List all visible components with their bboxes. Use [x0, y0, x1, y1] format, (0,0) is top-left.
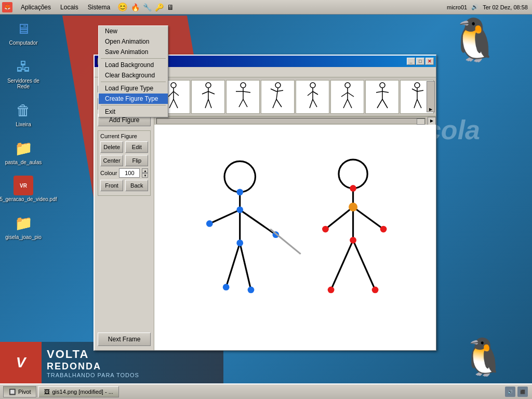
- icon-lixeira[interactable]: 🗑 Lixeira: [5, 100, 42, 127]
- screen-icon: 🖥: [167, 3, 174, 11]
- canvas-svg: [154, 125, 436, 350]
- svg-line-35: [348, 99, 352, 108]
- right-panel: ▶ ▶: [154, 77, 436, 350]
- key-icon: 🔑: [155, 3, 164, 11]
- spin-down-button[interactable]: ▼: [142, 173, 148, 178]
- svg-line-46: [414, 99, 417, 108]
- colour-input[interactable]: [119, 168, 140, 178]
- taskbar-bottom: 🔲 Pivot 🖼 gis14.png [modified] - ... 🔊 ⬛: [0, 383, 532, 399]
- scroll-right-arrow-icon: ▶: [429, 107, 432, 112]
- next-frame-button[interactable]: Next Frame: [98, 332, 151, 346]
- center-button[interactable]: Center: [100, 155, 123, 166]
- frame-7-preview: [368, 81, 396, 112]
- svg-point-0: [171, 83, 176, 88]
- svg-point-30: [345, 83, 350, 88]
- svg-line-23: [276, 99, 282, 107]
- menu-save-animation[interactable]: Save Animation: [99, 47, 168, 57]
- menu-exit[interactable]: Exit: [99, 107, 168, 117]
- spin-up-button[interactable]: ▲: [142, 168, 148, 173]
- trash-icon: 🗑: [13, 100, 34, 121]
- hostname: micro01: [447, 4, 467, 10]
- icon-computador[interactable]: 🖥 Computador: [5, 18, 42, 46]
- svg-line-20: [271, 89, 276, 91]
- menu-clear-background[interactable]: Clear Background: [99, 70, 168, 81]
- frame-3[interactable]: [226, 80, 260, 114]
- center-flip-row: Center Flip: [100, 155, 148, 166]
- svg-point-73: [328, 287, 335, 294]
- network-icon: 🖧: [13, 56, 34, 77]
- menu-load-figure-type[interactable]: Load Figure Type: [99, 83, 168, 94]
- icon-servidores[interactable]: 🖧 Servidores de Rede: [5, 56, 42, 89]
- maximize-button[interactable]: □: [416, 58, 424, 65]
- menu-aplicacoes[interactable]: Aplicações: [17, 3, 55, 12]
- pivot-icon: 🔲: [9, 389, 16, 395]
- frames-scrollbar[interactable]: ▶: [427, 81, 435, 112]
- sys-icon-1[interactable]: 🔊: [505, 387, 515, 397]
- frame-4[interactable]: [261, 80, 295, 114]
- penguin-top-right: 🐧: [449, 16, 501, 64]
- pivot-taskbar-button[interactable]: 🔲 Pivot: [3, 386, 36, 397]
- frame-5[interactable]: [296, 80, 329, 114]
- svg-line-52: [227, 243, 241, 287]
- svg-line-64: [326, 207, 353, 230]
- icon-servidores-label: Servidores de Rede: [5, 78, 42, 89]
- svg-point-24: [310, 83, 315, 88]
- scroll-track[interactable]: [156, 118, 425, 124]
- menu-sistema[interactable]: Sistema: [84, 3, 114, 12]
- front-button[interactable]: Front: [100, 180, 123, 191]
- svg-line-10: [205, 99, 208, 108]
- menu-load-background[interactable]: Load Background: [99, 60, 168, 70]
- svg-point-74: [372, 287, 379, 294]
- desktop-icons: 🖥 Computador 🖧 Servidores de Rede 🗑 Lixe…: [5, 18, 42, 240]
- back-button[interactable]: Back: [125, 180, 148, 191]
- svg-point-6: [206, 83, 211, 88]
- icon-pasta-label: pasta_de_aulas: [5, 159, 42, 165]
- menu-open-animation[interactable]: Open Animation: [99, 36, 168, 47]
- speaker-icon: 🔊: [471, 4, 478, 10]
- scroll-thumb[interactable]: [417, 118, 425, 125]
- svg-line-9: [208, 91, 215, 94]
- frame-4-preview: [263, 81, 292, 112]
- svg-line-26: [308, 91, 313, 96]
- svg-point-62: [339, 159, 367, 188]
- menu-new[interactable]: New: [99, 26, 168, 36]
- minimize-button[interactable]: _: [407, 58, 415, 65]
- volta-subtitle: REDONDA: [47, 361, 139, 372]
- monitor-icon: 🖥: [13, 18, 34, 39]
- volta-tagline: TRABALHANDO PARA TODOS: [47, 372, 139, 378]
- frame-2-preview: [194, 81, 222, 112]
- start-area: 🔲 Pivot 🖼 gis14.png [modified] - ...: [0, 384, 122, 399]
- colour-row: Colour ▲ ▼: [100, 168, 148, 178]
- file-taskbar-button[interactable]: 🖼 gis14.png [modified] - ...: [38, 386, 118, 397]
- svg-point-58: [206, 220, 213, 227]
- frame-2[interactable]: [191, 80, 225, 114]
- icon-gisela[interactable]: 📁 gisela_joao_pio: [5, 212, 42, 240]
- smiley-icon: 😊: [117, 2, 128, 12]
- svg-line-4: [169, 99, 174, 108]
- close-button[interactable]: ✕: [425, 58, 434, 65]
- svg-point-18: [275, 83, 281, 88]
- image-icon: 🖼: [44, 389, 50, 395]
- colour-spinner: ▲ ▼: [142, 168, 148, 178]
- menu-create-figure-type[interactable]: Create Figure Type: [99, 94, 168, 104]
- svg-line-41: [382, 99, 388, 108]
- frame-3-preview: [229, 81, 257, 112]
- icon-pasta-aulas[interactable]: 📁 pasta_de_aulas: [5, 138, 42, 165]
- sys-icon-2[interactable]: ⬛: [517, 387, 528, 397]
- frame-6[interactable]: [330, 80, 364, 114]
- menu-separator-2: [101, 82, 166, 82]
- menu-locais[interactable]: Locais: [56, 3, 83, 12]
- icon-pdf[interactable]: VR aula5_geracao_de_video.pdf: [5, 176, 42, 202]
- frame-7[interactable]: [365, 80, 399, 114]
- svg-point-59: [223, 284, 230, 290]
- edit-button[interactable]: Edit: [125, 141, 148, 153]
- main-canvas[interactable]: [154, 125, 436, 350]
- svg-point-60: [248, 287, 255, 294]
- flip-button[interactable]: Flip: [125, 155, 148, 166]
- datetime: Ter 02 Dez, 08:58: [483, 4, 528, 10]
- window-controls: _ □ ✕: [407, 58, 434, 65]
- delete-button[interactable]: Delete: [100, 141, 123, 153]
- scroll-right-button[interactable]: ▶: [428, 117, 436, 125]
- taskbar-right-icons: 🔊 ⬛: [505, 387, 532, 397]
- svg-line-51: [210, 210, 240, 224]
